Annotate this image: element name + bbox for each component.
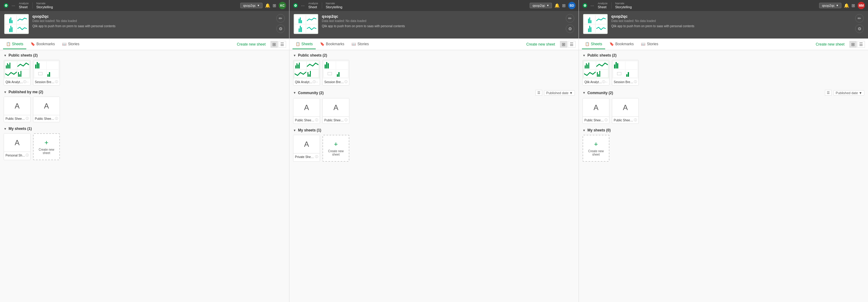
bell-icon-1[interactable]: 🔔 bbox=[554, 3, 560, 8]
card-info-btn-pub-bob-2[interactable]: ⓘ bbox=[604, 118, 608, 122]
grid-view-btn-0[interactable]: ⊞ bbox=[271, 41, 278, 48]
section-header-community-1[interactable]: ▼ Community (2) ☰ Published date ▼ bbox=[293, 90, 575, 96]
sheet-card-session-2[interactable]: Session Breakdown ⓘ bbox=[612, 60, 639, 86]
tab-sheets-2[interactable]: 📋Sheets bbox=[582, 39, 605, 49]
avatar-2[interactable]: MM bbox=[858, 2, 865, 9]
section-header-published-0[interactable]: ▼ Published by me (2) bbox=[4, 90, 285, 94]
tab-stories-1[interactable]: 📖Stories bbox=[348, 39, 372, 49]
app-desc-0: Qlik app to push from on prem to saas wi… bbox=[32, 25, 273, 28]
edit-button-0[interactable]: ✏ bbox=[276, 14, 285, 23]
card-info-btn-session-1[interactable]: ⓘ bbox=[344, 80, 347, 84]
card-info-btn-qlik-analytic-2[interactable]: ⓘ bbox=[602, 80, 605, 84]
section-public-1: ▼ Public sheets (2) bbox=[293, 53, 575, 86]
section-header-public-0[interactable]: ▼ Public sheets (2) bbox=[4, 53, 285, 57]
create-sheet-btn-1[interactable]: Create new sheet bbox=[524, 41, 557, 48]
edit-button-1[interactable]: ✏ bbox=[566, 14, 574, 23]
tabs-bar-2: 📋Sheets🔖Bookmarks📖StoriesCreate new shee… bbox=[579, 38, 868, 50]
sheet-card-private-1[interactable]: A Private Sheet (bob) ⓘ bbox=[293, 135, 320, 162]
card-info-btn-qlik-analytic-1[interactable]: ⓘ bbox=[313, 80, 316, 84]
tab-bookmarks-0[interactable]: 🔖Bookmarks bbox=[28, 39, 58, 49]
qlik-logo-2[interactable] bbox=[582, 2, 588, 8]
sheet-card-pub-bob-2[interactable]: A Public Sheet (bob) ⓘ bbox=[583, 98, 610, 124]
card-info-btn-personal-0[interactable]: ⓘ bbox=[26, 153, 29, 157]
bell-icon-2[interactable]: 🔔 bbox=[844, 3, 849, 8]
card-dots-btn-qlik-analytic-0[interactable]: ··· bbox=[26, 81, 29, 84]
app-selector-0[interactable]: qsop2qc ▼ bbox=[240, 3, 262, 8]
section-arrow-2-2: ▼ bbox=[583, 129, 586, 132]
section-label-0-2: Public sheets (2) bbox=[587, 53, 617, 57]
card-info-btn-pub-bob-1[interactable]: ⓘ bbox=[315, 118, 318, 122]
qlik-logo-0[interactable] bbox=[3, 2, 9, 8]
sheets-content-1: ▼ Public sheets (2) bbox=[289, 50, 579, 302]
thumb-chart3-0 bbox=[5, 25, 16, 33]
tab-bookmarks-1[interactable]: 🔖Bookmarks bbox=[317, 39, 347, 49]
app-selector-1[interactable]: qsop2qc ▼ bbox=[530, 3, 552, 8]
topbar-divider1-0 bbox=[32, 2, 33, 8]
sheet-card-qlik-analytic-0[interactable]: Qlik Analytic Adventure ⓘ ··· bbox=[4, 60, 31, 86]
section-header-mysheets-0[interactable]: ▼ My sheets (1) bbox=[4, 126, 285, 131]
card-info-btn-pub-rvr-0[interactable]: ⓘ bbox=[55, 117, 58, 121]
grid-icon-2[interactable]: ⊞ bbox=[851, 3, 855, 8]
list-view-btn-2[interactable]: ☰ bbox=[857, 41, 865, 48]
card-info-btn-pub-rvr-1[interactable]: ⓘ bbox=[344, 118, 347, 122]
bell-icon-0[interactable]: 🔔 bbox=[265, 3, 270, 8]
sheet-card-pub-bob-1[interactable]: A Public Sheet (bob) ⓘ bbox=[293, 98, 320, 124]
create-sheet-btn-0[interactable]: Create new sheet bbox=[235, 41, 268, 48]
sheet-card-pub-rvr-0[interactable]: A Public Sheet (rvr) ⓘ bbox=[33, 97, 60, 122]
sort-btn-1-1[interactable]: Published date ▼ bbox=[544, 90, 575, 96]
create-sheet-btn-2[interactable]: Create new sheet bbox=[813, 41, 847, 48]
grid-icon-1[interactable]: ⊞ bbox=[562, 3, 566, 8]
section-header-public-1[interactable]: ▼ Public sheets (2) bbox=[293, 53, 575, 57]
topbar-dots-0[interactable]: ··· bbox=[11, 3, 15, 8]
sheet-card-pub-rvr-2[interactable]: A Public Sheet (rvr) ⓘ bbox=[612, 98, 639, 124]
card-info-btn-qlik-analytic-0[interactable]: ⓘ bbox=[23, 80, 26, 84]
card-dots-btn-qlik-analytic-2[interactable]: ··· bbox=[605, 81, 608, 84]
tab-stories-2[interactable]: 📖Stories bbox=[638, 39, 661, 49]
card-info-btn-pub-rvr-2[interactable]: ⓘ bbox=[634, 118, 637, 122]
sheet-card-pub-rvr-1[interactable]: A Public Sheet (rvr) ⓘ bbox=[322, 98, 349, 124]
section-header-community-2[interactable]: ▼ Community (2) ☰ Published date ▼ bbox=[583, 90, 864, 96]
sheet-card-qlik-analytic-2[interactable]: Qlik Analytic Adventure ⓘ ··· bbox=[583, 60, 610, 86]
sheet-card-pub-bob-0[interactable]: A Public Sheet (bob) ⓘ bbox=[4, 97, 31, 122]
list-view-btn-0[interactable]: ☰ bbox=[278, 41, 286, 48]
sheet-card-qlik-analytic-1[interactable]: Qlik Analytic Adventure ⓘ ··· bbox=[293, 60, 320, 86]
thumb-chart1-0 bbox=[5, 15, 16, 24]
section-header-mysheets-1[interactable]: ▼ My sheets (1) bbox=[293, 128, 575, 132]
tab-sheets-0[interactable]: 📋Sheets bbox=[3, 39, 26, 49]
tab-sheets-1[interactable]: 📋Sheets bbox=[292, 39, 316, 49]
topbar-dots-2[interactable]: ··· bbox=[590, 3, 594, 8]
section-list-btn-1-1[interactable]: ☰ bbox=[535, 90, 542, 96]
grid-view-btn-2[interactable]: ⊞ bbox=[849, 41, 857, 48]
card-info-btn-private-1[interactable]: ⓘ bbox=[315, 155, 318, 159]
sheet-card-session-0[interactable]: Session Breakdown ⓘ bbox=[33, 60, 60, 86]
create-card-1-0[interactable]: + Create newsheet bbox=[33, 133, 60, 160]
grid-view-btn-1[interactable]: ⊞ bbox=[560, 41, 567, 48]
settings-button-2[interactable]: ⚙ bbox=[855, 25, 864, 33]
avatar-1[interactable]: BD bbox=[568, 2, 576, 9]
create-card-0-2[interactable]: + Create newsheet bbox=[583, 135, 610, 162]
section-list-btn-1-2[interactable]: ☰ bbox=[825, 90, 832, 96]
sheet-card-personal-0[interactable]: A Personal Sheet (rvr) ⓘ bbox=[4, 133, 31, 160]
section-mysheets-1: ▼ My sheets (1) A Private Sheet (bob) ⓘ … bbox=[293, 128, 575, 162]
edit-button-2[interactable]: ✏ bbox=[855, 14, 864, 23]
section-header-mysheets-2[interactable]: ▼ My sheets (0) bbox=[583, 128, 864, 132]
card-dots-btn-qlik-analytic-1[interactable]: ··· bbox=[316, 81, 318, 84]
create-card-1-1[interactable]: + Create newsheet bbox=[322, 135, 349, 162]
sort-btn-1-2[interactable]: Published date ▼ bbox=[834, 90, 864, 96]
tab-stories-0[interactable]: 📖Stories bbox=[59, 39, 82, 49]
settings-button-0[interactable]: ⚙ bbox=[276, 25, 285, 33]
grid-icon-0[interactable]: ⊞ bbox=[273, 3, 276, 8]
qlik-logo-1[interactable] bbox=[292, 2, 299, 8]
card-info-btn-session-2[interactable]: ⓘ bbox=[634, 80, 637, 84]
section-header-public-2[interactable]: ▼ Public sheets (2) bbox=[583, 53, 864, 57]
topbar-dots-1[interactable]: ··· bbox=[301, 3, 305, 8]
card-info-btn-pub-bob-0[interactable]: ⓘ bbox=[26, 117, 29, 121]
sheet-card-session-1[interactable]: Session Breakdown ⓘ bbox=[322, 60, 349, 86]
card-info-btn-session-0[interactable]: ⓘ bbox=[55, 80, 58, 84]
app-selector-2[interactable]: qsop2qc ▼ bbox=[819, 3, 841, 8]
settings-button-1[interactable]: ⚙ bbox=[566, 25, 574, 33]
tab-bookmarks-2[interactable]: 🔖Bookmarks bbox=[607, 39, 637, 49]
avatar-0[interactable]: KC bbox=[279, 2, 286, 9]
card-footer-pub-bob-2: Public Sheet (bob) ⓘ bbox=[583, 117, 609, 123]
list-view-btn-1[interactable]: ☰ bbox=[568, 41, 576, 48]
